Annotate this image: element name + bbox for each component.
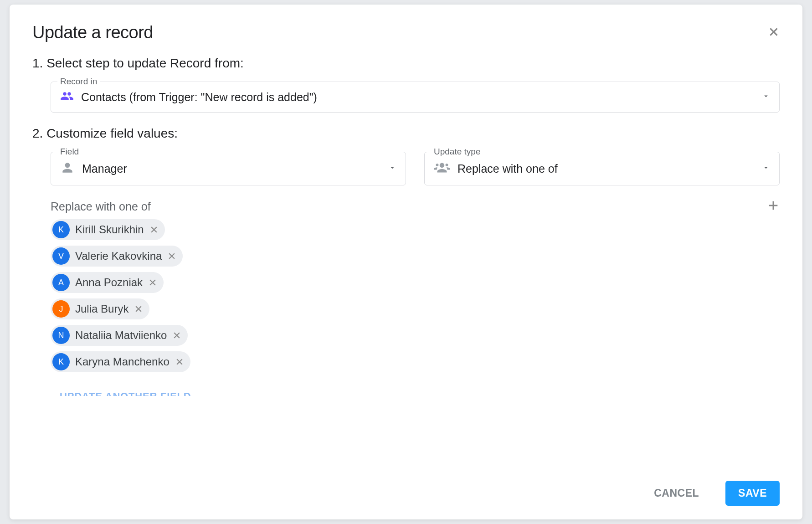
chevron-down-icon	[388, 164, 396, 174]
avatar: J	[52, 300, 70, 318]
update-another-field-button[interactable]: UPDATE ANOTHER FIELD	[60, 390, 780, 396]
person-chip[interactable]: NNataliia Matviienko	[51, 325, 188, 346]
person-chip[interactable]: KKirill Skurikhin	[51, 219, 165, 240]
field-value: Manager	[82, 162, 127, 175]
chip-name: Karyna Manchenko	[75, 355, 170, 368]
update-type-select[interactable]: Update type Replace with one of	[424, 152, 780, 185]
chips-container: KKirill SkurikhinVValerie KakovkinaAAnna…	[51, 219, 780, 372]
person-chip[interactable]: KKaryna Manchenko	[51, 351, 190, 372]
person-chip[interactable]: AAnna Pozniak	[51, 272, 164, 293]
update-type-label: Update type	[431, 147, 483, 157]
avatar: V	[52, 247, 70, 265]
chevron-down-icon	[762, 92, 770, 102]
cancel-button[interactable]: CANCEL	[641, 481, 712, 506]
update-type-content: Replace with one of	[434, 159, 558, 178]
avatar: N	[52, 327, 70, 344]
people-icon	[60, 89, 74, 105]
chip-name: Valerie Kakovkina	[75, 250, 162, 262]
field-label: Field	[57, 147, 82, 157]
update-type-value: Replace with one of	[457, 162, 558, 175]
field-select[interactable]: Field Manager	[51, 152, 406, 185]
avatar: A	[52, 274, 70, 291]
modal-header: Update a record	[32, 23, 780, 42]
record-in-value: Contacts (from Trigger: "New record is a…	[81, 91, 317, 104]
replace-label: Replace with one of	[51, 200, 151, 213]
record-in-label: Record in	[57, 77, 100, 87]
field-content: Manager	[60, 160, 127, 177]
avatar: K	[52, 353, 70, 370]
save-button[interactable]: SAVE	[725, 481, 780, 506]
close-icon[interactable]	[768, 26, 780, 40]
step2-section: 2. Customize field values: Field Manager…	[32, 126, 780, 396]
step1-section: 1. Select step to update Record from: Re…	[32, 56, 780, 113]
remove-icon[interactable]	[134, 304, 143, 313]
step2-heading: 2. Customize field values:	[32, 126, 780, 141]
remove-icon[interactable]	[167, 252, 176, 261]
group-icon	[434, 159, 450, 178]
modal-footer: CANCEL SAVE	[641, 481, 780, 506]
update-record-modal: Update a record 1. Select step to update…	[10, 5, 802, 519]
replace-header: Replace with one of	[51, 199, 780, 214]
modal-title: Update a record	[32, 23, 153, 42]
avatar: K	[52, 221, 70, 238]
chip-name: Nataliia Matviienko	[75, 329, 167, 342]
chip-name: Kirill Skurikhin	[75, 223, 144, 236]
remove-icon[interactable]	[175, 357, 184, 366]
chevron-down-icon	[762, 164, 770, 174]
replace-with-section: Replace with one of KKirill SkurikhinVVa…	[51, 199, 780, 372]
add-icon[interactable]	[767, 199, 780, 214]
remove-icon[interactable]	[149, 225, 159, 234]
step1-heading: 1. Select step to update Record from:	[32, 56, 780, 71]
record-in-content: Contacts (from Trigger: "New record is a…	[60, 89, 317, 105]
remove-icon[interactable]	[172, 331, 181, 340]
remove-icon[interactable]	[148, 278, 157, 287]
chip-name: Anna Pozniak	[75, 276, 143, 289]
person-icon	[60, 160, 75, 177]
person-chip[interactable]: JJulia Buryk	[51, 298, 149, 319]
record-in-select[interactable]: Record in Contacts (from Trigger: "New r…	[51, 82, 780, 113]
chip-name: Julia Buryk	[75, 303, 128, 315]
field-row: Field Manager Update type Replac	[51, 152, 780, 185]
person-chip[interactable]: VValerie Kakovkina	[51, 246, 183, 267]
